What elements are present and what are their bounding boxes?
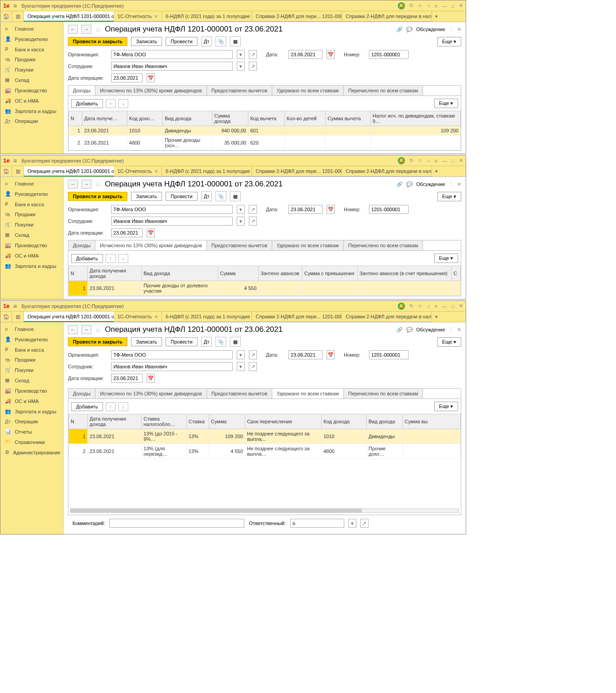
write-button[interactable]: Записать [131,192,162,201]
open-icon[interactable]: ↗ [249,217,257,226]
dots-icon[interactable]: ○ [427,303,430,309]
tabs-icon[interactable]: ▥ [12,11,24,22]
back-button[interactable]: ← [68,325,78,334]
bell-icon[interactable]: 🔔 [398,157,405,164]
col-type[interactable]: Вид дохода [163,111,212,126]
dots-icon[interactable]: ○ [427,3,430,9]
discuss-label[interactable]: Обсуждение [416,327,445,332]
sidebar-item-manager[interactable]: 👤Руководителю [0,189,63,199]
sidebar-item-catalogs[interactable]: 📁Справочники [0,437,63,447]
close-icon[interactable]: ✕ [154,169,158,174]
subtab-calc13[interactable]: Исчислено по 13% (30%) кроме дивидендов [95,389,207,399]
tab[interactable]: Справки 2-НДФЛ для передачи в налог…✕ [342,11,432,22]
comment-input[interactable] [109,519,244,528]
open-icon[interactable]: ↗ [249,50,257,59]
tabs-icon[interactable]: ▥ [12,312,24,322]
open-icon[interactable]: ↗ [249,62,257,71]
col-sumout[interactable]: Сумма вы [403,414,461,429]
sidebar-item-sales[interactable]: 🛍Продажи [0,355,63,365]
star-icon[interactable]: ☆ [95,25,101,34]
move-up-icon[interactable]: ↑ [106,99,116,108]
more-button[interactable]: Еще ▾ [434,402,458,411]
back-button[interactable]: ← [68,25,78,34]
tab[interactable]: Справки 2-НДФЛ для пере... 1201-000001✕ [252,166,342,177]
close-icon[interactable]: ✕ [459,3,463,9]
forward-button[interactable]: → [81,180,91,189]
calendar-icon[interactable]: 📅 [147,374,155,383]
open-icon[interactable]: ↗ [249,350,257,359]
more-button[interactable]: Еще ▾ [437,192,461,201]
calendar-icon[interactable]: 📅 [327,350,335,359]
back-button[interactable]: ← [68,180,78,189]
close-icon[interactable]: ✕ [457,181,461,187]
col-date[interactable]: Дата получения дохода [88,414,142,429]
home-icon[interactable]: 🏠 [0,312,12,322]
open-icon[interactable]: ↗ [249,362,257,371]
tab[interactable]: 6-НДФЛ (с 2021 года) за 1 полугодие 2…✕ [162,166,252,177]
more-button[interactable]: Еще ▾ [437,37,461,46]
table-row[interactable]: 123.06.2021Прочие доходы от долевого уча… [69,281,461,296]
sidebar-item-bank[interactable]: ₽Банк и касса [0,44,63,54]
col-sum[interactable]: Сумма дохода [212,111,248,126]
dropdown-icon[interactable]: ▾ [432,166,441,177]
sidebar-item-manager[interactable]: 👤Руководителю [0,334,63,344]
table-row[interactable]: 223.06.202113% (для нерезид…13%4 550Не п… [69,444,461,459]
calendar-icon[interactable]: 📅 [327,205,335,214]
menu-icon-2[interactable]: ≡ [435,303,437,309]
subtab-deductions[interactable]: Предоставлено вычетов [207,86,272,95]
post-button[interactable]: Провести [166,337,198,346]
write-button[interactable]: Записать [131,337,162,346]
horizontal-scrollbar[interactable] [70,508,459,513]
kebab-icon[interactable]: ⋮ [449,327,454,333]
tab-active[interactable]: Операция учета НДФЛ 1201-000001 от …✕ [24,11,114,22]
discuss-icon[interactable]: 💬 [406,181,413,187]
org-input[interactable] [111,350,233,359]
dtkt-icon[interactable]: Дт [201,191,212,201]
move-up-icon[interactable]: ↑ [106,254,116,263]
sidebar-item-main[interactable]: ≡Главное [0,324,63,334]
bell-icon[interactable]: 🔔 [398,2,405,9]
sidebar-item-purchases[interactable]: 🛒Покупки [0,64,63,75]
add-button[interactable]: Добавить [71,402,103,411]
discuss-label[interactable]: Обсуждение [416,27,445,32]
menu-icon[interactable]: ≡ [13,303,17,310]
subtab-deductions[interactable]: Предоставлено вычетов [207,240,272,250]
close-icon[interactable]: ✕ [154,14,158,19]
sidebar-item-warehouse[interactable]: ▦Склад [0,375,63,385]
dropdown-icon[interactable]: ▾ [237,50,245,59]
col-n[interactable]: N [69,266,88,281]
link-icon[interactable]: 🔗 [396,327,403,333]
subtab-calc13[interactable]: Исчислено по 13% (30%) кроме дивидендов [95,240,207,250]
subtab-deductions[interactable]: Предоставлено вычетов [207,389,272,399]
sidebar-item-bank[interactable]: ₽Банк и касса [0,199,63,209]
move-down-icon[interactable]: ↓ [118,99,128,108]
tab-active[interactable]: Операция учета НДФЛ 1201-000001 от …✕ [24,166,114,177]
sidebar-item-warehouse[interactable]: ▦Склад [0,230,63,240]
dropdown-icon[interactable]: ▾ [237,62,245,71]
post-close-button[interactable]: Провести и закрыть [68,192,127,201]
tab[interactable]: 6-НДФЛ (с 2021 года) за 1 полугодие 2…✕ [162,312,252,322]
sidebar-item-salary[interactable]: 👥Зарплата и кадры [0,261,63,271]
op-date-input[interactable] [111,73,143,82]
table-row[interactable]: 123.06.202113% (до 2015 - 9%…13%109 200Н… [69,429,461,444]
dropdown-icon[interactable]: ▾ [432,11,441,22]
maximize-icon[interactable]: □ [451,158,454,163]
tab[interactable]: 1С-Отчетность✕ [114,11,162,22]
tab[interactable]: Справки 2-НДФЛ для пере... 1201-000001✕ [252,11,342,22]
tab[interactable]: Справки 2-НДФЛ для передачи в налог…✕ [342,312,432,322]
col-date[interactable]: Дата получе… [82,111,127,126]
col-advance-excess[interactable]: Зачтено авансов (в счет превышения) [358,266,452,281]
sidebar-item-manager[interactable]: 👤Руководителю [0,34,63,44]
date-input[interactable] [288,205,323,214]
star-icon[interactable]: ☆ [418,3,423,9]
add-button[interactable]: Добавить [71,254,103,263]
more-button[interactable]: Еще ▾ [437,337,461,347]
org-input[interactable] [111,50,233,59]
attach-icon[interactable]: 📎 [216,191,226,201]
close-icon[interactable]: ✕ [459,158,463,163]
link-icon[interactable]: 🔗 [396,181,403,187]
col-type[interactable]: Вид дохода [142,266,218,281]
number-input[interactable] [369,350,409,359]
col-deductsum[interactable]: Сумма вычета [326,111,371,126]
menu-icon-2[interactable]: ≡ [435,158,437,163]
